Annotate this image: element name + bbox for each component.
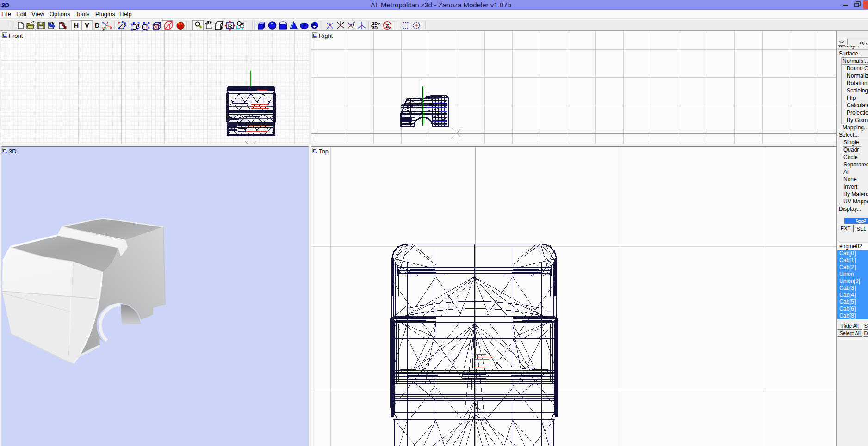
svg-text:z: z <box>106 20 109 25</box>
svg-text:3D: 3D <box>372 25 378 30</box>
svg-text:H: H <box>74 22 79 29</box>
svg-text:Z: Z <box>385 23 389 30</box>
svg-text:x: x <box>110 25 112 30</box>
svg-text:y: y <box>102 26 105 31</box>
svg-text:D: D <box>95 22 99 29</box>
svg-text:V: V <box>85 22 89 29</box>
